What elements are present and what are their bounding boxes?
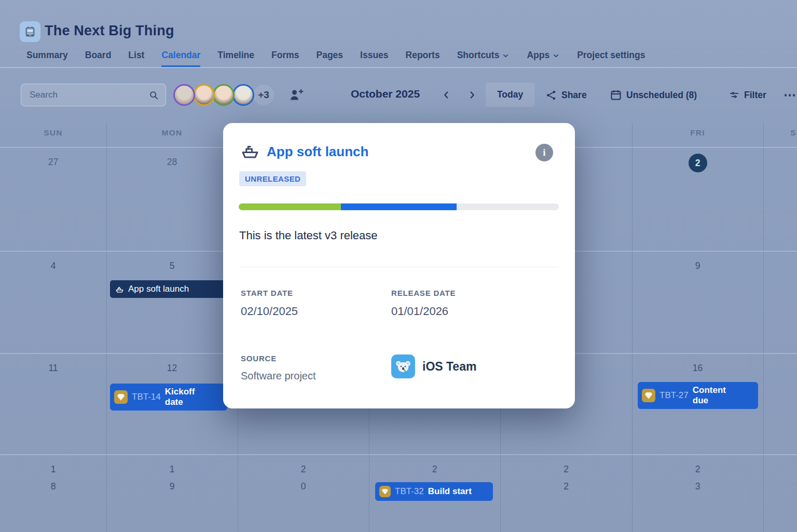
- tab-calendar[interactable]: Calendar: [161, 50, 200, 67]
- tab-shortcuts[interactable]: Shortcuts: [457, 50, 510, 67]
- calendar-date: 1 9: [106, 461, 238, 495]
- unscheduled-label: Unscheduled (8): [626, 90, 697, 101]
- gem-icon: [379, 486, 391, 497]
- grid-line-horizontal: [0, 454, 797, 455]
- tab-label: Apps: [527, 50, 549, 61]
- gem-glyph: [382, 489, 388, 495]
- start-date-label: START DATE: [241, 289, 293, 297]
- tab-label: Project settings: [577, 50, 645, 61]
- issue-key: TBT-14: [132, 392, 161, 402]
- tab-label: Issues: [360, 50, 388, 61]
- tab-project-settings[interactable]: Project settings: [577, 50, 645, 67]
- share-icon: [545, 89, 557, 101]
- day-header-mon: MON: [106, 128, 238, 138]
- tab-pages[interactable]: Pages: [317, 50, 343, 67]
- event-label: Kickoff date: [165, 387, 209, 407]
- avatar[interactable]: [232, 84, 254, 106]
- event-label: Build start: [428, 486, 472, 497]
- release-date-value: 01/01/2026: [391, 305, 448, 318]
- tab-list[interactable]: List: [128, 50, 144, 67]
- tab-summary[interactable]: Summary: [26, 50, 68, 67]
- calendar-date: 5: [106, 257, 238, 275]
- search-icon: [148, 89, 159, 101]
- progress-done-segment: [239, 203, 341, 210]
- filter-icon: [729, 89, 740, 101]
- tab-forms[interactable]: Forms: [271, 50, 299, 67]
- info-button[interactable]: i: [535, 144, 553, 161]
- unscheduled-button[interactable]: Unscheduled (8): [610, 86, 697, 104]
- today-date-badge[interactable]: 2: [689, 154, 707, 172]
- share-button[interactable]: Share: [545, 86, 587, 104]
- project-logo: [20, 21, 40, 42]
- chevron-left-icon: [441, 89, 452, 101]
- next-month-button[interactable]: [464, 87, 480, 103]
- ship-icon: [239, 141, 261, 161]
- calendar-date: 28: [106, 154, 238, 171]
- tab-apps[interactable]: Apps: [527, 50, 560, 67]
- bus-icon: [23, 25, 37, 38]
- page-title: The Next Big Thing: [45, 23, 174, 39]
- calendar-date: 16: [632, 360, 763, 377]
- tab-label: List: [128, 50, 144, 61]
- previous-month-button[interactable]: [438, 87, 454, 103]
- tab-issues[interactable]: Issues: [360, 50, 388, 67]
- calendar-date: 1 8: [0, 461, 106, 495]
- tab-board[interactable]: Board: [85, 50, 112, 67]
- month-label: October 2025: [351, 88, 420, 100]
- calendar-event-tbt-14[interactable]: TBT-14Kickoff date: [110, 384, 227, 411]
- release-date-label: RELEASE DATE: [391, 289, 456, 297]
- calendar-date: 12: [106, 360, 238, 377]
- source-label: SOURCE: [241, 354, 277, 363]
- calendar-event-tbt-27[interactable]: TBT-27Content due: [638, 382, 758, 409]
- gem-glyph: [645, 392, 652, 399]
- avatar-overflow-count[interactable]: +3: [253, 85, 274, 105]
- release-description: This is the latest v3 release: [239, 229, 378, 242]
- person-add-icon: [288, 87, 304, 103]
- gem-icon: [642, 389, 655, 402]
- search-input[interactable]: [29, 89, 148, 101]
- tab-label: Pages: [317, 50, 343, 61]
- chevron-down-icon: [502, 52, 510, 60]
- calendar-date: 2 2: [500, 461, 632, 495]
- calendar-date: 4: [0, 257, 106, 275]
- calendar-event-tbt-32[interactable]: TBT-32Build start: [375, 482, 493, 501]
- avatar[interactable]: [213, 84, 235, 106]
- popup-divider: [239, 267, 559, 267]
- filter-button[interactable]: Filter: [729, 86, 766, 104]
- tab-label: Shortcuts: [457, 50, 500, 61]
- release-progress-bar: [239, 203, 559, 210]
- calendar-icon: [610, 89, 622, 101]
- info-icon: i: [543, 147, 545, 158]
- add-person-button[interactable]: [286, 86, 306, 104]
- tab-bar-divider: [0, 67, 797, 68]
- status-badge: UNRELEASED: [239, 171, 306, 186]
- chevron-right-icon: [466, 89, 478, 101]
- day-header-fri: FRI: [632, 128, 763, 138]
- calendar-date: 2 0: [238, 461, 369, 495]
- filter-label: Filter: [744, 90, 766, 101]
- avatar[interactable]: [173, 84, 195, 106]
- chevron-down-icon: [552, 52, 560, 60]
- today-button[interactable]: Today: [486, 83, 534, 107]
- progress-inprogress-segment: [341, 203, 456, 210]
- tab-label: Timeline: [217, 50, 254, 61]
- more-button[interactable]: ⋯: [784, 86, 796, 104]
- tab-reports[interactable]: Reports: [406, 50, 440, 67]
- tab-bar: SummaryBoardListCalendarTimelineFormsPag…: [26, 50, 645, 67]
- grid-line-vertical: [763, 122, 764, 532]
- calendar-date: 2 3: [632, 461, 763, 495]
- source-value: Software project: [241, 370, 316, 382]
- search-box[interactable]: [21, 84, 166, 106]
- day-header-sun: SUN: [0, 128, 106, 138]
- avatar[interactable]: [193, 84, 215, 106]
- tab-label: Forms: [271, 50, 299, 61]
- team-avatar: [391, 354, 415, 378]
- tab-label: Reports: [406, 50, 440, 61]
- release-details-popup: App soft launch i UNRELEASED This is the…: [223, 123, 575, 408]
- gem-glyph: [117, 394, 125, 401]
- tab-timeline[interactable]: Timeline: [217, 50, 254, 67]
- koala-icon: [394, 358, 412, 375]
- issue-key: TBT-27: [659, 390, 689, 401]
- calendar-date: 27: [0, 154, 106, 171]
- issue-key: TBT-32: [395, 486, 424, 497]
